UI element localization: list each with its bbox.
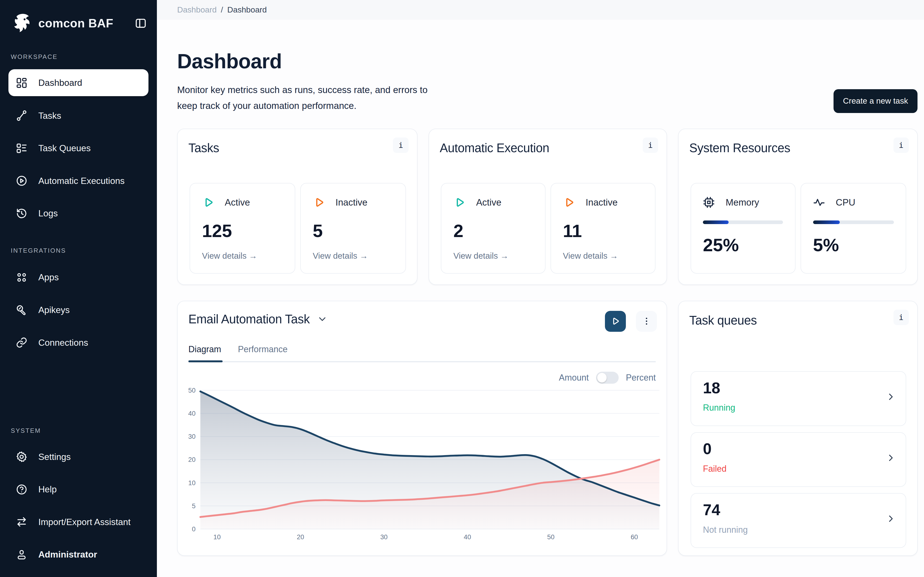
sidebar-item-settings[interactable]: Settings <box>8 441 149 473</box>
dots-grid-icon <box>16 271 27 284</box>
circle-play-icon <box>16 175 27 187</box>
task-queues-info-icon[interactable]: i <box>893 309 909 325</box>
sidebar-item-logs[interactable]: Logs <box>8 197 149 230</box>
svg-text:50: 50 <box>188 387 195 394</box>
brand-row: comcon BAF <box>11 11 149 36</box>
tab-diagram[interactable]: Diagram <box>188 344 221 362</box>
memory-value: 25% <box>703 235 739 255</box>
email-automation-panel: Email Automation Task Diagram Performanc… <box>177 301 667 556</box>
task-queues-card: Task queues i 18 Running 0 Failed <box>678 301 918 556</box>
sidebar-item-label: Automatic Executions <box>38 176 124 186</box>
svg-text:10: 10 <box>213 533 221 541</box>
auto-inactive-stat: Inactive 11 View details → <box>551 183 656 274</box>
tasks-info-icon[interactable]: i <box>393 137 409 153</box>
svg-text:20: 20 <box>297 533 304 541</box>
lion-logo-icon <box>11 11 35 35</box>
sidebar-item-label: Settings <box>38 452 71 462</box>
tasks-card-title: Tasks <box>188 141 219 155</box>
sidebar-collapse-icon[interactable] <box>133 16 149 31</box>
sidebar-item-help[interactable]: Help <box>8 473 149 505</box>
stat-value: 5 <box>313 221 323 241</box>
sidebar-item-label: Apikeys <box>38 305 70 315</box>
stat-value: 11 <box>563 221 582 241</box>
automatic-execution-card: Automatic Execution i Active 2 View deta… <box>428 129 667 285</box>
svg-text:20: 20 <box>188 456 195 464</box>
svg-text:40: 40 <box>188 410 195 417</box>
tab-performance[interactable]: Performance <box>238 344 288 362</box>
unit-toggle-row: Amount Percent <box>559 372 656 384</box>
play-outline-icon <box>313 197 325 208</box>
chevron-right-icon <box>885 392 897 402</box>
tasks-card: Tasks i Active 125 View details → Inacti… <box>177 129 417 285</box>
sidebar-item-apikeys[interactable]: Apikeys <box>8 294 149 326</box>
queue-row-failed[interactable]: 0 Failed <box>691 432 906 487</box>
memory-meter: Memory 25% <box>691 183 796 274</box>
chevron-right-icon <box>885 453 897 463</box>
cpu-activity-icon <box>813 197 825 208</box>
auto-active-stat: Active 2 View details → <box>441 183 545 274</box>
view-details-link[interactable]: View details → <box>313 251 368 261</box>
breadcrumb-current: Dashboard <box>227 5 267 15</box>
svg-text:60: 60 <box>631 533 638 541</box>
cpu-meter: CPU 5% <box>801 183 906 274</box>
sidebar-item-import-export-assistant[interactable]: Import/Export Assistant <box>8 506 149 538</box>
run-task-button[interactable] <box>605 311 626 332</box>
sidebar-item-tasks[interactable]: Tasks <box>8 100 149 132</box>
queue-row-running[interactable]: 18 Running <box>691 371 906 426</box>
chevron-right-icon <box>885 513 897 524</box>
svg-text:30: 30 <box>188 433 195 440</box>
sidebar-item-administrator[interactable]: Administrator <box>8 538 149 571</box>
play-outline-icon <box>202 197 214 208</box>
breadcrumb: Dashboard / Dashboard <box>157 0 924 20</box>
svg-text:40: 40 <box>464 533 471 541</box>
layout-list-icon <box>16 142 27 154</box>
meter-label: Memory <box>726 197 759 208</box>
toggle-label-amount: Amount <box>559 372 589 383</box>
task-selector-title[interactable]: Email Automation Task <box>188 312 310 326</box>
sidebar-item-label: Administrator <box>38 550 97 560</box>
sidebar-item-label: Help <box>38 484 57 495</box>
automatic-execution-info-icon[interactable]: i <box>643 137 658 153</box>
cpu-value: 5% <box>813 235 839 255</box>
sidebar-item-connections[interactable]: Connections <box>8 327 149 359</box>
sidebar-item-task-queues[interactable]: Task Queues <box>8 132 149 164</box>
more-options-icon[interactable] <box>636 311 657 332</box>
system-resources-info-icon[interactable]: i <box>893 137 909 153</box>
stat-label: Inactive <box>336 197 367 208</box>
sidebar-item-apps[interactable]: Apps <box>8 261 149 293</box>
history-icon <box>16 208 27 219</box>
tab-divider <box>188 361 656 362</box>
svg-text:30: 30 <box>380 533 388 541</box>
queue-row-not-running[interactable]: 74 Not running <box>691 493 906 548</box>
system-resources-card: System Resources i Memory <box>678 129 918 285</box>
queue-count: 18 <box>703 379 720 397</box>
stat-label: Inactive <box>586 197 618 208</box>
sidebar-item-label: Import/Export Assistant <box>38 517 131 527</box>
sidebar-item-label: Connections <box>38 338 88 348</box>
stat-value: 2 <box>453 221 464 241</box>
view-details-link[interactable]: View details → <box>453 251 509 261</box>
sidebar-item-dashboard[interactable]: Dashboard <box>8 69 149 96</box>
queue-count: 0 <box>703 440 712 458</box>
queue-status-label: Not running <box>703 525 748 535</box>
page-description: Monitor key metrics such as runs, succes… <box>177 82 428 114</box>
amount-percent-toggle[interactable] <box>596 372 619 384</box>
chevron-down-icon[interactable] <box>317 314 328 324</box>
stat-label: Active <box>476 197 501 208</box>
breadcrumb-root[interactable]: Dashboard <box>177 5 216 15</box>
sidebar-item-automatic-executions[interactable]: Automatic Executions <box>8 165 149 197</box>
breadcrumb-separator: / <box>221 5 223 15</box>
svg-text:10: 10 <box>188 479 195 487</box>
create-task-button[interactable]: Create a new task <box>834 89 917 113</box>
section-label-system: SYSTEM <box>11 427 41 434</box>
view-details-link[interactable]: View details → <box>202 251 257 261</box>
active-tab-underline <box>188 360 223 362</box>
view-details-link[interactable]: View details → <box>563 251 618 261</box>
sidebar-item-label: Tasks <box>38 111 61 121</box>
page-title: Dashboard <box>177 50 282 73</box>
brand-name: comcon BAF <box>38 16 113 30</box>
area-chart: 051020304050102030405060 <box>183 386 661 543</box>
link-icon <box>16 337 27 349</box>
svg-text:50: 50 <box>547 533 554 541</box>
automatic-execution-title: Automatic Execution <box>439 141 549 155</box>
